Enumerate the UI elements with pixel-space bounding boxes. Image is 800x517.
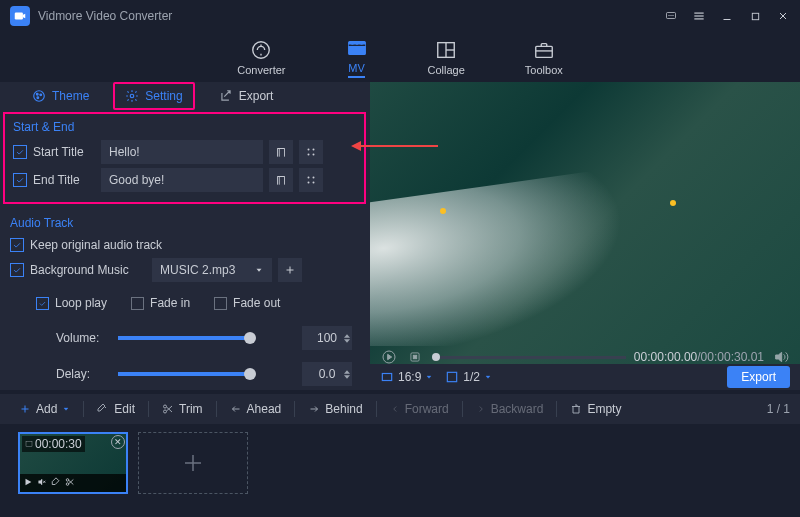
aspect-ratio-dropdown[interactable]: 16:9	[380, 370, 433, 384]
keep-original-label: Keep original audio track	[30, 238, 162, 252]
svg-marker-35	[257, 269, 262, 272]
bottom-toolbar: Add Edit Trim Ahead Behind Forward Backw…	[0, 394, 800, 424]
feedback-icon[interactable]	[664, 9, 678, 23]
svg-point-30	[313, 154, 315, 156]
svg-rect-45	[413, 355, 417, 359]
start-title-font-button[interactable]	[269, 140, 293, 164]
svg-point-65	[66, 479, 69, 482]
svg-point-16	[360, 42, 361, 43]
svg-point-14	[351, 42, 352, 43]
volume-slider[interactable]	[118, 336, 250, 340]
svg-rect-20	[536, 46, 553, 57]
edit-button[interactable]: Edit	[88, 398, 144, 420]
clip-thumbnail[interactable]: 00:00:30 ✕	[18, 432, 128, 494]
app-title: Vidmore Video Converter	[38, 9, 664, 23]
svg-line-68	[69, 480, 74, 484]
delay-slider[interactable]	[118, 372, 250, 376]
tab-export[interactable]: Export	[209, 84, 284, 108]
clip-mute-icon[interactable]	[37, 476, 47, 490]
clip-duration: 00:00:30	[22, 436, 85, 452]
svg-marker-41	[344, 375, 350, 379]
volume-value[interactable]: 100	[302, 326, 352, 350]
loop-checkbox[interactable]	[36, 297, 49, 310]
section-title-audio: Audio Track	[10, 216, 360, 230]
svg-point-31	[308, 177, 310, 179]
video-preview: 00:00:00.00/00:00:30.01 16:9 1/2 Export	[370, 82, 800, 390]
svg-rect-0	[15, 13, 23, 20]
svg-point-32	[313, 177, 315, 179]
ahead-button[interactable]: Ahead	[221, 398, 291, 420]
clip-play-icon[interactable]	[23, 476, 33, 490]
svg-point-29	[308, 154, 310, 156]
svg-marker-62	[39, 479, 42, 485]
backward-button: Backward	[467, 398, 553, 420]
maximize-icon[interactable]	[748, 9, 762, 23]
add-button[interactable]: Add	[10, 398, 79, 420]
end-title-input[interactable]	[101, 168, 263, 192]
svg-rect-47	[382, 374, 391, 381]
clip-edit-icon[interactable]	[51, 476, 61, 490]
add-clip-button[interactable]	[138, 432, 248, 494]
empty-button[interactable]: Empty	[561, 398, 630, 420]
close-icon[interactable]	[776, 9, 790, 23]
section-title-start-end: Start & End	[13, 120, 356, 134]
start-title-options-button[interactable]	[299, 140, 323, 164]
scale-dropdown[interactable]: 1/2	[445, 370, 492, 384]
svg-point-15	[356, 42, 357, 43]
bgm-add-button[interactable]	[278, 258, 302, 282]
start-title-input[interactable]	[101, 140, 263, 164]
svg-point-24	[40, 94, 42, 96]
nav-toolbox[interactable]: Toolbox	[517, 34, 571, 81]
svg-point-2	[669, 15, 670, 16]
svg-marker-61	[26, 479, 32, 486]
svg-line-67	[69, 480, 74, 484]
svg-marker-38	[344, 334, 350, 338]
svg-marker-43	[388, 354, 392, 359]
forward-button: Forward	[381, 398, 458, 420]
end-title-font-button[interactable]	[269, 168, 293, 192]
minimize-icon[interactable]	[720, 9, 734, 23]
timeline: 00:00:30 ✕	[0, 424, 800, 504]
svg-point-33	[308, 182, 310, 184]
tab-theme[interactable]: Theme	[22, 84, 99, 108]
bgm-label: Background Music	[30, 263, 146, 277]
svg-rect-60	[26, 442, 32, 447]
nav-mv[interactable]: MV	[338, 32, 376, 83]
start-title-checkbox[interactable]	[13, 145, 27, 159]
end-title-options-button[interactable]	[299, 168, 323, 192]
progress-bar[interactable]	[432, 356, 626, 359]
svg-marker-46	[776, 352, 782, 361]
svg-point-23	[36, 93, 38, 95]
export-button[interactable]: Export	[727, 366, 790, 388]
delay-value[interactable]: 0.0	[302, 362, 352, 386]
svg-point-54	[164, 405, 167, 408]
start-end-section: Start & End Start Title End Title	[3, 112, 366, 204]
tab-setting[interactable]: Setting	[113, 82, 194, 110]
fadein-checkbox[interactable]	[131, 297, 144, 310]
nav-collage[interactable]: Collage	[420, 34, 473, 81]
svg-marker-53	[64, 408, 68, 410]
clip-remove-button[interactable]: ✕	[111, 435, 125, 449]
bgm-dropdown[interactable]: MUSIC 2.mp3	[152, 258, 272, 282]
svg-point-25	[37, 97, 39, 99]
nav-converter[interactable]: Converter	[229, 34, 293, 81]
keep-original-checkbox[interactable]	[10, 238, 24, 252]
svg-point-3	[671, 15, 672, 16]
bgm-checkbox[interactable]	[10, 263, 24, 277]
fadeout-checkbox[interactable]	[214, 297, 227, 310]
behind-button[interactable]: Behind	[299, 398, 371, 420]
svg-line-57	[167, 406, 173, 411]
annotation-arrow	[354, 145, 438, 147]
svg-marker-40	[344, 370, 350, 374]
delay-label: Delay:	[56, 367, 106, 381]
svg-point-55	[164, 410, 167, 413]
end-title-checkbox[interactable]	[13, 173, 27, 187]
clip-trim-icon[interactable]	[65, 476, 75, 490]
menu-icon[interactable]	[692, 9, 706, 23]
svg-point-27	[308, 149, 310, 151]
app-logo	[10, 6, 30, 26]
settings-panel: Theme Setting Export Start & End Start T…	[0, 82, 370, 390]
svg-marker-50	[486, 376, 490, 378]
svg-point-34	[313, 182, 315, 184]
trim-button[interactable]: Trim	[153, 398, 212, 420]
